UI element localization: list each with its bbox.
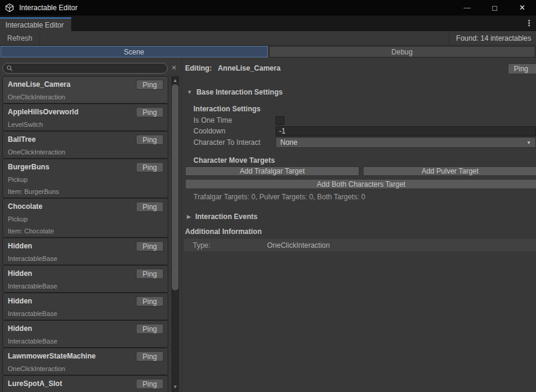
found-count-label: Found: 14 interactables — [449, 31, 536, 45]
is-one-time-label: Is One Time — [193, 116, 275, 124]
item-subtitle: OneClickInteraction — [8, 365, 163, 373]
toolbar: Refresh Found: 14 interactables — [0, 31, 536, 45]
view-tabs: Scene Debug — [0, 46, 536, 57]
is-one-time-row: Is One Time — [193, 115, 536, 126]
search-field-wrap — [2, 63, 168, 74]
list-item[interactable]: HiddenPingInteractableBase — [2, 293, 168, 320]
ping-button[interactable]: Ping — [136, 296, 163, 306]
list-item[interactable]: AnneLise_CameraPingOneClickInteraction — [2, 76, 168, 104]
ping-button[interactable]: Ping — [136, 135, 163, 145]
item-subtitle: OneClickInteraction — [8, 148, 163, 156]
scroll-up-icon[interactable]: ▲ — [171, 77, 179, 84]
foldout-closed-icon: ▶ — [187, 214, 191, 220]
close-icon[interactable]: × — [508, 0, 536, 16]
ping-button[interactable]: Ping — [136, 324, 163, 334]
item-subtitle: Item: Chocolate — [8, 227, 163, 235]
editing-target-name: AnneLise_Camera — [218, 64, 281, 72]
character-to-interact-dropdown[interactable]: None ▼ — [275, 137, 536, 148]
is-one-time-checkbox[interactable] — [275, 116, 284, 125]
type-info-row: Type: OneClickInteraction — [184, 239, 536, 251]
additional-information-header: Additional Information — [185, 227, 262, 236]
inspector-panel: Editing: AnneLise_Camera Ping ▼ Base Int… — [181, 58, 536, 392]
window-controls: — □ × — [453, 0, 536, 16]
character-move-targets-header: Character Move Targets — [193, 156, 275, 165]
editing-row: Editing: AnneLise_Camera — [185, 64, 280, 72]
item-subtitle: InteractableBase — [8, 255, 163, 263]
list-item[interactable]: BurgerBunsPingPickupItem: BurgerBuns — [2, 159, 168, 198]
list-item[interactable]: AppleHillsOverworldPingLevelSwitch — [2, 104, 168, 131]
ping-button[interactable]: Ping — [136, 80, 163, 90]
ping-button[interactable]: Ping — [136, 241, 163, 251]
window-titlebar: Interactable Editor — □ × — [0, 0, 536, 16]
foldout-label: Base Interaction Settings — [196, 88, 283, 96]
unity-cube-icon — [5, 3, 14, 13]
add-pulver-target-button[interactable]: Add Pulver Target — [363, 166, 536, 176]
type-label: Type: — [193, 241, 267, 250]
maximize-icon[interactable]: □ — [481, 0, 508, 16]
kebab-menu-icon[interactable] — [525, 19, 532, 28]
ping-button[interactable]: Ping — [136, 269, 163, 279]
foldout-open-icon: ▼ — [187, 89, 192, 95]
item-subtitle: Pickup — [8, 215, 163, 223]
character-to-interact-row: Character To Interact None ▼ — [193, 137, 536, 148]
window-title: Interactable Editor — [19, 4, 77, 12]
cooldown-row: Cooldown — [193, 126, 536, 136]
item-subtitle: LevelSwitch — [8, 121, 163, 129]
ping-button[interactable]: Ping — [136, 351, 163, 361]
ping-button[interactable]: Ping — [136, 379, 163, 389]
item-subtitle: InteractableBase — [8, 310, 163, 318]
ping-button[interactable]: Ping — [136, 202, 163, 212]
list-item[interactable]: BallTreePingOneClickInteraction — [2, 131, 168, 159]
clear-search-icon[interactable]: × — [169, 63, 178, 74]
scrollbar-thumb[interactable] — [172, 84, 178, 290]
list-item[interactable]: LureSpotA_SlotPing — [2, 375, 168, 392]
list-item[interactable]: HiddenPingInteractableBase — [2, 320, 168, 348]
minimize-icon[interactable]: — — [453, 0, 481, 16]
refresh-button[interactable]: Refresh — [0, 31, 40, 45]
item-subtitle: Pickup — [8, 176, 163, 184]
character-to-interact-label: Character To Interact — [193, 138, 275, 147]
list-item[interactable]: ChocolatePingPickupItem: Chocolate — [2, 198, 168, 238]
item-subtitle: OneClickInteraction — [8, 93, 163, 101]
item-subtitle: InteractableBase — [8, 282, 163, 290]
dropdown-value: None — [280, 138, 298, 147]
ping-button[interactable]: Ping — [136, 162, 163, 172]
search-input[interactable] — [13, 64, 167, 72]
search-icon — [7, 65, 13, 71]
add-trafalgar-target-button[interactable]: Add Trafalgar Target — [185, 166, 359, 176]
interactable-list: AnneLise_CameraPingOneClickInteractionAp… — [0, 76, 171, 392]
base-interaction-settings-foldout[interactable]: ▼ Base Interaction Settings — [187, 88, 283, 96]
editor-tab-strip: Interactable Editor — [0, 16, 536, 31]
list-item[interactable]: HiddenPingInteractableBase — [2, 238, 168, 265]
interaction-settings-header: Interaction Settings — [193, 105, 261, 113]
interaction-events-foldout[interactable]: ▶ Interaction Events — [187, 212, 258, 221]
list-item[interactable]: HiddenPingInteractableBase — [2, 265, 168, 293]
targets-status-text: Trafalgar Targets: 0, Pulver Targets: 0,… — [193, 193, 365, 201]
editing-label: Editing: — [185, 64, 212, 72]
list-item[interactable]: LawnmowerStateMachinePingOneClickInterac… — [2, 348, 168, 375]
ping-button[interactable]: Ping — [508, 63, 536, 74]
add-both-characters-target-button[interactable]: Add Both Characters Target — [185, 179, 536, 189]
cooldown-label: Cooldown — [193, 127, 275, 135]
ping-button[interactable]: Ping — [136, 107, 163, 117]
scroll-down-icon[interactable]: ▼ — [171, 384, 179, 391]
item-subtitle: Item: BurgerBuns — [8, 188, 163, 196]
chevron-down-icon: ▼ — [526, 140, 531, 145]
item-subtitle: InteractableBase — [8, 338, 163, 345]
cooldown-input[interactable] — [275, 126, 536, 136]
tab-scene[interactable]: Scene — [1, 46, 268, 57]
tab-debug[interactable]: Debug — [269, 46, 536, 57]
type-value: OneClickInteraction — [267, 241, 330, 250]
tab-interactable-editor[interactable]: Interactable Editor — [0, 17, 71, 31]
foldout-label: Interaction Events — [195, 212, 258, 221]
move-target-buttons: Add Trafalgar Target Add Pulver Target — [185, 166, 536, 176]
list-scrollbar[interactable]: ▲ ▼ — [171, 76, 179, 392]
